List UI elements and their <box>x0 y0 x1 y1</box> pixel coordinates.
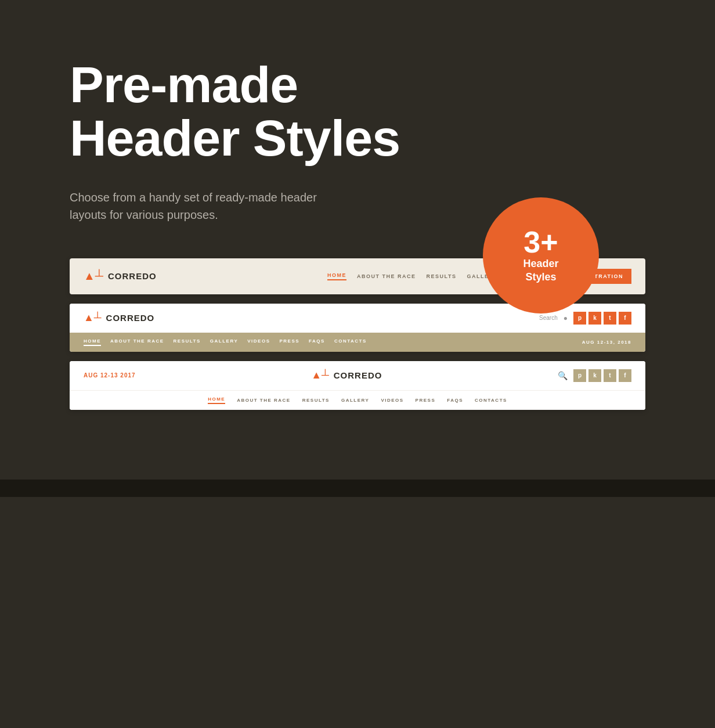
header-previews-container: ▲┴ CORREDO HOME ABOUT THE RACE RESULTS G… <box>0 258 715 410</box>
badge-number: 3+ <box>523 227 558 257</box>
logo-2: ▲┴ CORREDO <box>84 312 154 324</box>
header-preview-3: AUG 12-13 2017 ▲┴ CORREDO 🔍 p k t f HOME <box>70 361 645 410</box>
social-k-2[interactable]: k <box>588 312 601 325</box>
nav2-videos[interactable]: VIDEOS <box>247 338 270 346</box>
nav2-about[interactable]: ABOUT THE RACE <box>110 338 164 346</box>
header-preview-2: ▲┴ CORREDO Search ● p k t f HOME <box>70 304 645 352</box>
nav2-home[interactable]: HOME <box>84 338 101 346</box>
nav3-about[interactable]: ABOUT THE RACE <box>237 398 291 403</box>
social-k-3[interactable]: k <box>588 369 601 382</box>
header-3-right: 🔍 p k t f <box>558 369 631 382</box>
header-3-nav: HOME ABOUT THE RACE RESULTS GALLERY VIDE… <box>70 390 645 410</box>
logo-icon-2: ▲┴ <box>84 312 102 324</box>
search-label-2: Search <box>539 315 558 321</box>
social-t-2[interactable]: t <box>604 312 616 325</box>
nav2-results[interactable]: RESULTS <box>174 338 201 346</box>
social-p-3[interactable]: p <box>573 369 586 382</box>
nav2-press[interactable]: PRESS <box>279 338 299 346</box>
social-icons-3: p k t f <box>573 369 631 382</box>
page-headline: Pre-made Header Styles <box>70 58 645 165</box>
content-area: Pre-made Header Styles Choose from a han… <box>0 58 715 224</box>
nav3-results[interactable]: RESULTS <box>302 398 330 403</box>
search-icon-2[interactable]: ● <box>564 314 568 322</box>
date-text-2: AUG 12-13, 2018 <box>582 340 631 345</box>
logo-text-3: CORREDO <box>334 370 382 380</box>
nav2-gallery[interactable]: GALLERY <box>210 338 238 346</box>
nav2-contacts[interactable]: CONTACTS <box>334 338 367 346</box>
social-t-3[interactable]: t <box>604 369 616 382</box>
logo-icon-3: ▲┴ <box>311 369 329 381</box>
nav3-press[interactable]: PRESS <box>416 398 436 403</box>
social-f-3[interactable]: f <box>619 369 631 382</box>
nav3-faqs[interactable]: FAQS <box>447 398 463 403</box>
nav-2: HOME ABOUT THE RACE RESULTS GALLERY VIDE… <box>84 338 367 346</box>
logo-icon-1: ▲┴ <box>84 269 103 283</box>
logo-text-1: CORREDO <box>108 271 157 281</box>
main-section: Pre-made Header Styles Choose from a han… <box>0 0 715 480</box>
logo-1: ▲┴ CORREDO <box>84 269 157 283</box>
badge-circle: 3+ Header Styles <box>483 197 599 313</box>
page-subtitle: Choose from a handy set of ready-made he… <box>70 189 348 224</box>
header-2-right: Search ● p k t f <box>539 312 631 325</box>
nav3-contacts[interactable]: CONTACTS <box>475 398 507 403</box>
header-2-nav: HOME ABOUT THE RACE RESULTS GALLERY VIDE… <box>70 333 645 352</box>
date-left-3: AUG 12-13 2017 <box>84 372 136 379</box>
search-icon-3[interactable]: 🔍 <box>558 371 568 380</box>
social-f-2[interactable]: f <box>619 312 631 325</box>
nav3-videos[interactable]: VIDEOS <box>381 398 403 403</box>
nav3-gallery[interactable]: GALLERY <box>341 398 369 403</box>
social-icons-2: p k t f <box>573 312 631 325</box>
social-p-2[interactable]: p <box>573 312 586 325</box>
nav-item-about-1[interactable]: ABOUT THE RACE <box>357 273 416 279</box>
nav3-home[interactable]: HOME <box>208 397 225 404</box>
nav-item-home-1[interactable]: HOME <box>327 272 346 280</box>
header-3-top: AUG 12-13 2017 ▲┴ CORREDO 🔍 p k t f <box>70 361 645 390</box>
badge-text: Header Styles <box>523 257 558 284</box>
logo-center-3: ▲┴ CORREDO <box>311 369 382 381</box>
logo-text-2: CORREDO <box>106 313 155 323</box>
nav-item-results-1[interactable]: RESULTS <box>427 273 457 279</box>
nav2-faqs[interactable]: FAQS <box>309 338 325 346</box>
bottom-bar <box>0 480 715 497</box>
